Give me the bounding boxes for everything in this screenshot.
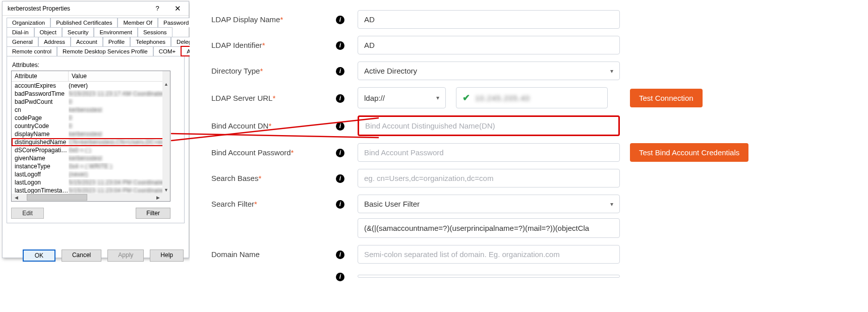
tab-member-of[interactable]: Member Of xyxy=(118,18,158,27)
scroll-right-icon[interactable]: ▶ xyxy=(154,194,161,201)
attribute-name: countryCode xyxy=(15,122,69,130)
attribute-name: badPasswordTime xyxy=(15,90,69,97)
attribute-row[interactable]: instanceType0x4 = ( WRITE ) xyxy=(12,162,170,170)
vertical-scrollbar[interactable]: ▲ ▼ xyxy=(162,71,170,201)
server-host-input[interactable]: ✔ 10.245.205.40 xyxy=(456,87,608,108)
tab-object[interactable]: Object xyxy=(34,27,62,37)
apply-button[interactable]: Apply xyxy=(107,249,144,262)
attribute-row[interactable]: countryCode0 xyxy=(12,122,170,130)
tab-address[interactable]: Address xyxy=(38,37,71,46)
ldap-display-name-input[interactable]: AD xyxy=(358,10,620,29)
info-icon[interactable]: i xyxy=(336,174,344,183)
attribute-value: 0 xyxy=(69,98,167,105)
tab-sessions[interactable]: Sessions xyxy=(138,27,172,37)
attribute-row[interactable]: displayNamekerberostest xyxy=(12,130,170,138)
attribute-row[interactable]: badPasswordTime5/15/2023 11:23:17 AM Coo… xyxy=(12,90,170,98)
attribute-value: 5/15/2023 11:23:04 PM Coordinated Univer xyxy=(69,179,167,186)
info-icon[interactable]: i xyxy=(336,149,344,157)
next-field-partial[interactable] xyxy=(358,275,620,278)
chevron-down-icon: ▾ xyxy=(610,68,613,75)
attribute-name: lastLogonTimestamp xyxy=(15,187,69,194)
attribute-name: codePage xyxy=(15,114,69,121)
search-filter-label: Search Filter* xyxy=(190,200,336,208)
column-value[interactable]: Value xyxy=(69,71,170,81)
attribute-value: CN=kerberostest,CN=Users,DC=example,DC=c… xyxy=(69,139,167,146)
info-icon[interactable]: i xyxy=(336,41,344,50)
filter-button[interactable]: Filter xyxy=(136,208,170,219)
info-icon[interactable]: i xyxy=(336,251,344,259)
attribute-value: 0x4 = ( WRITE ) xyxy=(69,163,167,170)
attribute-name: lastLogoff xyxy=(15,171,69,178)
attribute-value: (never) xyxy=(69,171,167,178)
help-button[interactable]: Help xyxy=(150,249,184,262)
chevron-down-icon: ▾ xyxy=(610,201,613,208)
attribute-row[interactable]: cnkerberostest xyxy=(12,106,170,114)
info-icon[interactable]: i xyxy=(336,200,344,209)
attributes-table[interactable]: Attribute Value accountExpires(never)bad… xyxy=(11,71,170,202)
attribute-row[interactable]: lastLogon5/15/2023 11:23:04 PM Coordinat… xyxy=(12,178,170,186)
attribute-value: kerberostest xyxy=(69,155,167,162)
test-bind-credentials-button[interactable]: Test Bind Account Credentials xyxy=(630,143,748,162)
ldap-identifier-input[interactable]: AD xyxy=(358,36,620,54)
chevron-down-icon: ▾ xyxy=(436,94,439,101)
attribute-value: 5/15/2023 11:23:04 PM Coordinated Univer xyxy=(69,187,167,194)
help-icon[interactable]: ? xyxy=(147,2,167,15)
bind-account-dn-input[interactable]: Bind Account Distinguished Name(DN) xyxy=(358,115,620,136)
tab-body: Attributes: Attribute Value accountExpir… xyxy=(7,56,185,223)
tab-remote-control[interactable]: Remote control xyxy=(7,46,57,56)
tab-com-[interactable]: COM+ xyxy=(153,46,182,56)
horizontal-scrollbar[interactable]: ◀ ▶ xyxy=(12,194,162,201)
attribute-value: (never) xyxy=(69,82,167,89)
scroll-thumb[interactable] xyxy=(27,194,87,201)
bind-account-password-input[interactable]: Bind Account Password xyxy=(358,143,620,162)
attribute-value: kerberostest xyxy=(69,131,167,138)
search-bases-input[interactable]: eg. cn=Users,dc=organization,dc=com xyxy=(358,169,620,188)
attribute-row[interactable]: lastLogoff(never) xyxy=(12,170,170,178)
domain-name-input[interactable]: Semi-colon separated list of domain. Eg.… xyxy=(358,245,620,264)
titlebar[interactable]: kerberostest Properties ? ✕ xyxy=(3,2,189,16)
attributes-label: Attributes: xyxy=(12,61,180,69)
test-connection-button[interactable]: Test Connection xyxy=(630,89,703,107)
attribute-row[interactable]: accountExpires(never) xyxy=(12,82,170,90)
attribute-row[interactable]: badPwdCount0 xyxy=(12,98,170,106)
tab-security[interactable]: Security xyxy=(62,27,94,37)
info-icon[interactable]: i xyxy=(336,122,344,131)
scroll-left-icon[interactable]: ◀ xyxy=(13,194,20,201)
scroll-up-icon[interactable]: ▲ xyxy=(162,80,170,88)
tab-general[interactable]: General xyxy=(7,37,38,46)
url-scheme-select[interactable]: ldap:// ▾ xyxy=(358,87,446,108)
search-filter-select[interactable]: Basic User Filter ▾ xyxy=(358,195,620,213)
info-icon[interactable]: i xyxy=(336,94,344,103)
attribute-value: 0 xyxy=(69,114,167,121)
edit-button[interactable]: Edit xyxy=(11,208,44,219)
tab-profile[interactable]: Profile xyxy=(103,37,131,46)
ok-button[interactable]: OK xyxy=(23,249,55,262)
tab-organization[interactable]: Organization xyxy=(7,18,50,27)
search-filter-expression[interactable]: (&(|(samaccountname=?)(userprincipalname… xyxy=(358,218,620,238)
attribute-row[interactable]: codePage0 xyxy=(12,114,170,122)
info-icon[interactable]: i xyxy=(336,273,344,281)
attribute-row[interactable]: dSCorePropagationD...0x0 = ( ) xyxy=(12,146,170,154)
scroll-down-icon[interactable]: ▼ xyxy=(162,186,170,194)
tab-published-certificates[interactable]: Published Certificates xyxy=(50,18,118,27)
column-attribute[interactable]: Attribute xyxy=(12,71,69,81)
attribute-row[interactable]: distinguishedNameCN=kerberostest,CN=User… xyxy=(12,138,170,146)
search-bases-label: Search Bases* xyxy=(190,174,336,182)
domain-name-label: Domain Name xyxy=(190,250,336,259)
tab-remote-desktop-services-profile[interactable]: Remote Desktop Services Profile xyxy=(57,46,153,56)
check-icon: ✔ xyxy=(462,92,470,103)
attribute-name: cn xyxy=(15,106,69,113)
directory-type-select[interactable]: Active Directory ▾ xyxy=(358,61,620,80)
info-icon[interactable]: i xyxy=(336,67,344,76)
tab-dial-in[interactable]: Dial-in xyxy=(7,27,34,37)
properties-dialog: kerberostest Properties ? ✕ Organization… xyxy=(2,1,189,258)
close-icon[interactable]: ✕ xyxy=(167,2,188,15)
info-icon[interactable]: i xyxy=(336,16,344,24)
tab-environment[interactable]: Environment xyxy=(94,27,138,37)
tab-account[interactable]: Account xyxy=(71,37,103,46)
attribute-name: instanceType xyxy=(15,163,69,170)
window-title: kerberostest Properties xyxy=(8,5,147,12)
cancel-button[interactable]: Cancel xyxy=(62,249,101,262)
attribute-row[interactable]: givenNamekerberostest xyxy=(12,154,170,162)
tab-telephones[interactable]: Telephones xyxy=(130,37,171,46)
